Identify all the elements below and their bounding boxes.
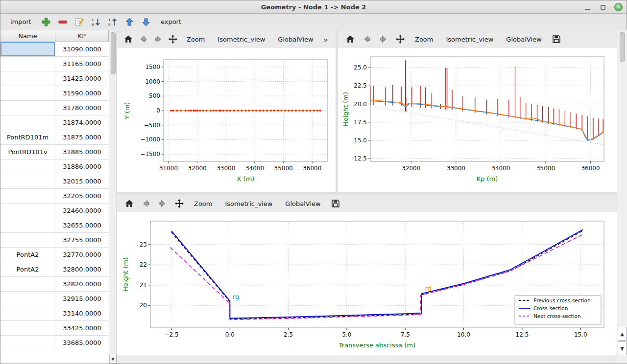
forward-button[interactable] bbox=[155, 197, 170, 210]
global-view-button[interactable]: GlobalView bbox=[280, 198, 326, 210]
zoom-button[interactable]: Zoom bbox=[181, 33, 210, 46]
table-row[interactable]: 33425.0000 bbox=[0, 321, 109, 336]
forward-button[interactable] bbox=[376, 32, 391, 46]
import-button[interactable]: import bbox=[5, 16, 36, 27]
cell-name[interactable] bbox=[0, 174, 55, 188]
cell-name[interactable] bbox=[0, 101, 55, 115]
main-scrollbar-thumb[interactable] bbox=[620, 32, 625, 62]
table-row[interactable]: PontRD101m31875.0000 bbox=[0, 130, 109, 145]
cell-name[interactable] bbox=[0, 336, 55, 350]
save-figure-button[interactable] bbox=[328, 197, 343, 210]
cell-kp[interactable]: 31590.0000 bbox=[55, 86, 109, 100]
isometric-view-button[interactable]: Isometric_view bbox=[212, 33, 270, 46]
cell-name[interactable] bbox=[0, 233, 55, 247]
cell-kp[interactable]: 31875.0000 bbox=[55, 130, 109, 144]
cell-name[interactable] bbox=[0, 86, 55, 100]
cell-name[interactable] bbox=[0, 115, 55, 130]
cell-name[interactable] bbox=[0, 321, 55, 335]
cell-name[interactable] bbox=[0, 306, 55, 320]
cell-name[interactable]: PontRD101v bbox=[0, 145, 55, 159]
table-row[interactable]: 32205.0000 bbox=[0, 189, 109, 204]
cell-kp[interactable]: 32800.0000 bbox=[55, 262, 109, 276]
table-scrollbar[interactable]: ▼ bbox=[109, 30, 117, 364]
minimize-button[interactable] bbox=[583, 3, 592, 12]
main-scrollbar[interactable]: ▲ ▼ bbox=[617, 30, 627, 364]
cell-kp[interactable]: 32655.0000 bbox=[55, 218, 109, 232]
cell-name[interactable] bbox=[0, 218, 55, 232]
table-row[interactable]: 31886.0000 bbox=[0, 159, 109, 174]
table-row[interactable]: 31090.0000 bbox=[0, 42, 109, 57]
zoom-button[interactable]: Zoom bbox=[410, 33, 438, 46]
table-row[interactable]: 33685.0000 bbox=[0, 336, 109, 350]
table-row[interactable]: 31165.0000 bbox=[0, 57, 109, 71]
back-button[interactable] bbox=[139, 197, 153, 210]
cell-kp[interactable]: 32460.0000 bbox=[55, 204, 109, 218]
table-row[interactable]: 32015.0000 bbox=[0, 174, 109, 189]
pan-button[interactable] bbox=[167, 32, 179, 46]
home-button[interactable] bbox=[122, 32, 135, 46]
cell-kp[interactable]: 31165.0000 bbox=[55, 57, 109, 71]
col-header-name[interactable]: Name bbox=[0, 30, 55, 42]
table-row[interactable]: 31590.0000 bbox=[0, 86, 109, 101]
cross-section-chart[interactable]: −2.50.02.55.07.510.012.515.020212223rgrd… bbox=[117, 212, 617, 355]
table-row[interactable]: 32460.0000 bbox=[0, 204, 109, 218]
remove-row-button[interactable] bbox=[56, 15, 70, 29]
table-row[interactable]: 31780.0000 bbox=[0, 101, 109, 115]
table-row[interactable]: 32755.0000 bbox=[0, 233, 109, 248]
sort-ascending-button[interactable] bbox=[106, 15, 120, 29]
pan-button[interactable] bbox=[393, 32, 408, 46]
table-row[interactable]: 31874.0000 bbox=[0, 115, 109, 130]
table-row[interactable]: 31425.0000 bbox=[0, 71, 109, 86]
main-scrollbar-track[interactable] bbox=[617, 62, 627, 326]
isometric-view-button[interactable]: Isometric_view bbox=[440, 33, 499, 46]
cell-name[interactable] bbox=[0, 159, 55, 174]
cell-kp[interactable]: 32820.0000 bbox=[55, 277, 109, 291]
cell-name[interactable] bbox=[0, 189, 55, 203]
isometric-view-button[interactable]: Isometric_view bbox=[219, 198, 278, 210]
cell-name[interactable] bbox=[0, 292, 55, 306]
close-button[interactable]: ✕ bbox=[614, 3, 623, 11]
move-down-button[interactable] bbox=[139, 15, 153, 29]
cell-name[interactable] bbox=[0, 57, 55, 71]
cell-kp[interactable]: 32015.0000 bbox=[55, 174, 109, 188]
cell-name[interactable] bbox=[0, 71, 55, 86]
table-row[interactable]: 32820.0000 bbox=[0, 277, 109, 292]
back-button[interactable] bbox=[137, 32, 149, 46]
zoom-button[interactable]: Zoom bbox=[189, 198, 217, 210]
back-button[interactable] bbox=[360, 32, 374, 46]
restore-button[interactable] bbox=[599, 3, 607, 12]
sort-descending-button[interactable] bbox=[89, 15, 103, 29]
cell-kp[interactable]: 32755.0000 bbox=[55, 233, 109, 247]
home-button[interactable] bbox=[343, 32, 358, 46]
scroll-down-button[interactable]: ▼ bbox=[618, 341, 627, 355]
cell-kp[interactable]: 31886.0000 bbox=[55, 159, 109, 174]
move-up-button[interactable] bbox=[122, 15, 136, 29]
table-scrollbar-thumb[interactable] bbox=[111, 32, 116, 74]
export-button[interactable]: export bbox=[156, 16, 186, 27]
add-row-button[interactable] bbox=[39, 15, 53, 29]
cell-name[interactable] bbox=[0, 42, 55, 56]
cell-kp[interactable]: 33140.0000 bbox=[55, 306, 109, 320]
cell-kp[interactable]: 32205.0000 bbox=[55, 189, 109, 203]
global-view-button[interactable]: GlobalView bbox=[272, 33, 318, 46]
cell-kp[interactable]: 31090.0000 bbox=[55, 42, 109, 56]
cell-kp[interactable]: 31874.0000 bbox=[55, 115, 109, 130]
edit-button[interactable] bbox=[72, 15, 86, 29]
cell-kp[interactable]: 33425.0000 bbox=[55, 321, 109, 335]
cell-kp[interactable]: 33685.0000 bbox=[55, 336, 109, 350]
table-row[interactable]: 32915.0000 bbox=[0, 292, 109, 306]
cell-name[interactable]: PontA2 bbox=[0, 262, 55, 276]
cell-kp[interactable]: 31425.0000 bbox=[55, 71, 109, 86]
pan-button[interactable] bbox=[172, 197, 187, 210]
profile-chart[interactable]: 320003300034000350003600012.515.017.520.… bbox=[338, 48, 617, 192]
cell-kp[interactable]: 32770.0000 bbox=[55, 248, 109, 262]
save-figure-button[interactable] bbox=[549, 32, 564, 46]
global-view-button[interactable]: GlobalView bbox=[501, 33, 547, 46]
toolbar-overflow-button[interactable]: » bbox=[321, 34, 331, 45]
cell-name[interactable]: PontA2 bbox=[0, 248, 55, 262]
table-row[interactable]: PontA232800.0000 bbox=[0, 262, 109, 277]
home-button[interactable] bbox=[122, 197, 137, 210]
forward-button[interactable] bbox=[152, 32, 165, 46]
cell-kp[interactable]: 31885.0000 bbox=[55, 145, 109, 159]
table-scroll-down-button[interactable]: ▼ bbox=[109, 355, 117, 364]
